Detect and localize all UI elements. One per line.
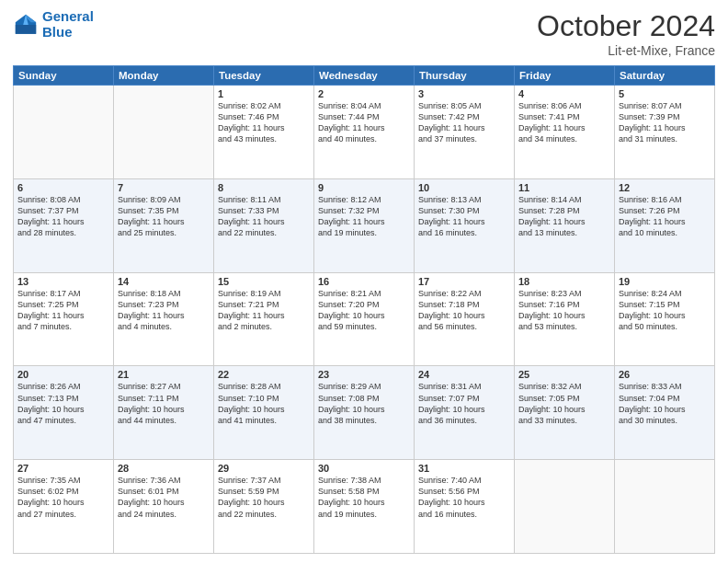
table-row: 11Sunrise: 8:14 AM Sunset: 7:28 PM Dayli… <box>515 178 615 272</box>
day-info: Sunrise: 8:18 AM Sunset: 7:23 PM Dayligh… <box>118 288 210 333</box>
day-number: 5 <box>619 88 711 99</box>
table-row: 19Sunrise: 8:24 AM Sunset: 7:15 PM Dayli… <box>615 272 715 366</box>
table-row: 30Sunrise: 7:38 AM Sunset: 5:58 PM Dayli… <box>314 460 415 554</box>
day-number: 31 <box>418 463 510 474</box>
month-title: October 2024 <box>537 9 715 43</box>
calendar-week-row: 1Sunrise: 8:02 AM Sunset: 7:46 PM Daylig… <box>14 86 715 179</box>
day-info: Sunrise: 8:26 AM Sunset: 7:13 PM Dayligh… <box>17 381 109 426</box>
logo: General Blue <box>13 9 94 40</box>
calendar-table: Sunday Monday Tuesday Wednesday Thursday… <box>13 65 715 554</box>
day-info: Sunrise: 8:08 AM Sunset: 7:37 PM Dayligh… <box>17 194 109 239</box>
table-row: 26Sunrise: 8:33 AM Sunset: 7:04 PM Dayli… <box>615 366 715 460</box>
day-info: Sunrise: 8:24 AM Sunset: 7:15 PM Dayligh… <box>619 288 711 333</box>
table-row: 28Sunrise: 7:36 AM Sunset: 6:01 PM Dayli… <box>114 460 214 554</box>
day-number: 7 <box>118 182 210 193</box>
day-number: 12 <box>619 182 711 193</box>
table-row: 29Sunrise: 7:37 AM Sunset: 5:59 PM Dayli… <box>214 460 314 554</box>
day-info: Sunrise: 7:37 AM Sunset: 5:59 PM Dayligh… <box>218 475 310 520</box>
table-row: 22Sunrise: 8:28 AM Sunset: 7:10 PM Dayli… <box>214 366 314 460</box>
table-row: 18Sunrise: 8:23 AM Sunset: 7:16 PM Dayli… <box>515 272 615 366</box>
table-row <box>515 460 615 554</box>
title-block: October 2024 Lit-et-Mixe, France <box>537 9 715 58</box>
calendar-week-row: 27Sunrise: 7:35 AM Sunset: 6:02 PM Dayli… <box>14 460 715 554</box>
day-info: Sunrise: 8:32 AM Sunset: 7:05 PM Dayligh… <box>518 381 610 426</box>
col-monday: Monday <box>114 66 214 86</box>
table-row: 23Sunrise: 8:29 AM Sunset: 7:08 PM Dayli… <box>314 366 415 460</box>
location: Lit-et-Mixe, France <box>537 43 715 58</box>
table-row: 1Sunrise: 8:02 AM Sunset: 7:46 PM Daylig… <box>214 86 314 179</box>
day-number: 14 <box>118 276 210 287</box>
table-row: 31Sunrise: 7:40 AM Sunset: 5:56 PM Dayli… <box>415 460 515 554</box>
day-info: Sunrise: 8:21 AM Sunset: 7:20 PM Dayligh… <box>318 288 410 333</box>
day-number: 21 <box>118 369 210 380</box>
table-row: 27Sunrise: 7:35 AM Sunset: 6:02 PM Dayli… <box>14 460 114 554</box>
table-row: 7Sunrise: 8:09 AM Sunset: 7:35 PM Daylig… <box>114 178 214 272</box>
day-info: Sunrise: 8:16 AM Sunset: 7:26 PM Dayligh… <box>619 194 711 239</box>
day-number: 26 <box>619 369 711 380</box>
logo-line2: Blue <box>42 24 73 40</box>
day-info: Sunrise: 8:22 AM Sunset: 7:18 PM Dayligh… <box>418 288 510 333</box>
table-row: 5Sunrise: 8:07 AM Sunset: 7:39 PM Daylig… <box>615 86 715 179</box>
day-info: Sunrise: 8:02 AM Sunset: 7:46 PM Dayligh… <box>218 100 310 145</box>
day-info: Sunrise: 8:31 AM Sunset: 7:07 PM Dayligh… <box>418 381 510 426</box>
col-sunday: Sunday <box>14 66 114 86</box>
table-row <box>14 86 114 179</box>
logo-text: General Blue <box>42 9 94 40</box>
day-number: 8 <box>218 182 310 193</box>
table-row: 8Sunrise: 8:11 AM Sunset: 7:33 PM Daylig… <box>214 178 314 272</box>
day-number: 23 <box>318 369 410 380</box>
day-info: Sunrise: 8:17 AM Sunset: 7:25 PM Dayligh… <box>17 288 109 333</box>
day-info: Sunrise: 8:13 AM Sunset: 7:30 PM Dayligh… <box>418 194 510 239</box>
day-info: Sunrise: 7:40 AM Sunset: 5:56 PM Dayligh… <box>418 475 510 520</box>
day-number: 15 <box>218 276 310 287</box>
table-row: 25Sunrise: 8:32 AM Sunset: 7:05 PM Dayli… <box>515 366 615 460</box>
calendar-week-row: 20Sunrise: 8:26 AM Sunset: 7:13 PM Dayli… <box>14 366 715 460</box>
day-number: 28 <box>118 463 210 474</box>
day-number: 19 <box>619 276 711 287</box>
table-row: 9Sunrise: 8:12 AM Sunset: 7:32 PM Daylig… <box>314 178 415 272</box>
day-number: 24 <box>418 369 510 380</box>
day-info: Sunrise: 7:36 AM Sunset: 6:01 PM Dayligh… <box>118 475 210 520</box>
day-number: 20 <box>17 369 109 380</box>
day-number: 6 <box>17 182 109 193</box>
day-number: 29 <box>218 463 310 474</box>
day-number: 10 <box>418 182 510 193</box>
table-row: 21Sunrise: 8:27 AM Sunset: 7:11 PM Dayli… <box>114 366 214 460</box>
day-number: 11 <box>518 182 610 193</box>
table-row: 2Sunrise: 8:04 AM Sunset: 7:44 PM Daylig… <box>314 86 415 179</box>
day-info: Sunrise: 8:05 AM Sunset: 7:42 PM Dayligh… <box>418 100 510 145</box>
day-info: Sunrise: 8:29 AM Sunset: 7:08 PM Dayligh… <box>318 381 410 426</box>
table-row: 20Sunrise: 8:26 AM Sunset: 7:13 PM Dayli… <box>14 366 114 460</box>
col-saturday: Saturday <box>615 66 715 86</box>
day-info: Sunrise: 8:12 AM Sunset: 7:32 PM Dayligh… <box>318 194 410 239</box>
calendar-week-row: 13Sunrise: 8:17 AM Sunset: 7:25 PM Dayli… <box>14 272 715 366</box>
table-row: 6Sunrise: 8:08 AM Sunset: 7:37 PM Daylig… <box>14 178 114 272</box>
table-row: 3Sunrise: 8:05 AM Sunset: 7:42 PM Daylig… <box>415 86 515 179</box>
logo-line1: General <box>42 8 94 24</box>
day-info: Sunrise: 7:35 AM Sunset: 6:02 PM Dayligh… <box>17 475 109 520</box>
table-row: 15Sunrise: 8:19 AM Sunset: 7:21 PM Dayli… <box>214 272 314 366</box>
header: General Blue October 2024 Lit-et-Mixe, F… <box>13 9 715 58</box>
col-tuesday: Tuesday <box>214 66 314 86</box>
table-row: 13Sunrise: 8:17 AM Sunset: 7:25 PM Dayli… <box>14 272 114 366</box>
day-info: Sunrise: 8:04 AM Sunset: 7:44 PM Dayligh… <box>318 100 410 145</box>
table-row: 14Sunrise: 8:18 AM Sunset: 7:23 PM Dayli… <box>114 272 214 366</box>
day-info: Sunrise: 8:09 AM Sunset: 7:35 PM Dayligh… <box>118 194 210 239</box>
svg-rect-2 <box>16 25 36 34</box>
day-number: 18 <box>518 276 610 287</box>
day-number: 9 <box>318 182 410 193</box>
day-number: 1 <box>218 88 310 99</box>
day-number: 27 <box>17 463 109 474</box>
table-row: 24Sunrise: 8:31 AM Sunset: 7:07 PM Dayli… <box>415 366 515 460</box>
day-info: Sunrise: 8:07 AM Sunset: 7:39 PM Dayligh… <box>619 100 711 145</box>
day-number: 30 <box>318 463 410 474</box>
day-info: Sunrise: 8:33 AM Sunset: 7:04 PM Dayligh… <box>619 381 711 426</box>
day-number: 4 <box>518 88 610 99</box>
table-row: 4Sunrise: 8:06 AM Sunset: 7:41 PM Daylig… <box>515 86 615 179</box>
day-number: 17 <box>418 276 510 287</box>
day-number: 3 <box>418 88 510 99</box>
col-wednesday: Wednesday <box>314 66 415 86</box>
day-number: 16 <box>318 276 410 287</box>
table-row <box>615 460 715 554</box>
day-number: 25 <box>518 369 610 380</box>
